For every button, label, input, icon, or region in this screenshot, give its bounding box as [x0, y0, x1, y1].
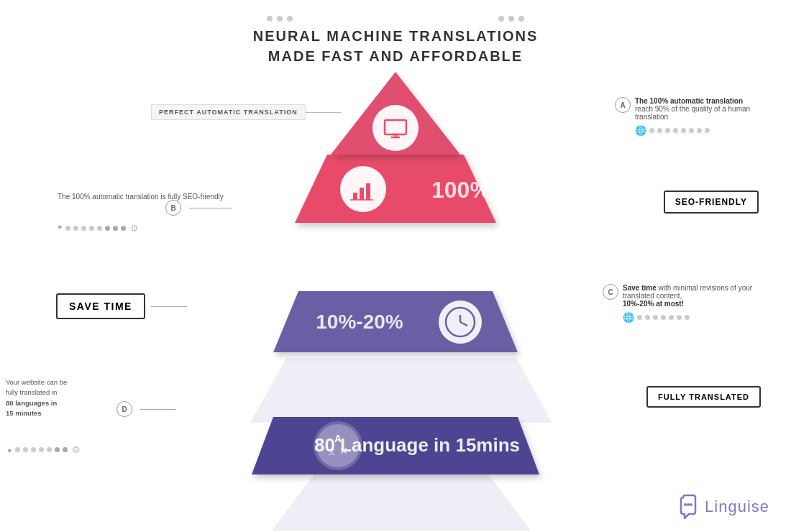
dot2 [277, 16, 283, 22]
dots-tier4: ● ⚙ [7, 444, 81, 455]
dot5 [508, 16, 514, 22]
d5 [97, 226, 102, 231]
svg-point-4 [684, 503, 687, 506]
d8 [121, 226, 126, 231]
d7t4 [63, 447, 68, 452]
annotation-tier4-left: Your website can befully translated in80… [6, 377, 67, 418]
tier1-conn-line [306, 112, 342, 113]
d6 [105, 226, 110, 231]
dot6 [518, 16, 524, 22]
d2t4 [23, 447, 28, 452]
dot-row-tier2: ⚙ [65, 223, 139, 234]
d7r3 [685, 315, 690, 320]
dot4 [498, 16, 504, 22]
seo-box: SEO-FRIENDLY [664, 191, 759, 214]
d4r3 [661, 315, 666, 320]
page: NEURAL MACHINE TRANSLATIONS MADE FAST AN… [0, 0, 791, 73]
dots-tier1-right: 🌐 [635, 125, 759, 136]
d8r1 [705, 128, 710, 133]
d5r3 [669, 315, 674, 320]
dots-tier3-right: 🌐 [623, 312, 761, 323]
annotation-tier1-right: A The 100% automatic translation reach 9… [615, 97, 759, 136]
annotation-tier4-right: FULLY TRANSLATED [646, 386, 761, 408]
ann-a-text: The 100% automatic translation reach 90%… [635, 97, 759, 121]
d3r3 [653, 315, 658, 320]
svg-point-5 [687, 503, 690, 506]
d3t4 [31, 447, 36, 452]
fully-translated-label: FULLY TRANSLATED [658, 393, 749, 401]
save-time-line [151, 306, 187, 307]
annotation-tier1-left: PERFECT AUTOMATIC TRANSLATION [151, 104, 306, 120]
d6t4 [55, 447, 60, 452]
b-conn-line [189, 208, 232, 208]
d3 [81, 226, 86, 231]
d3r1 [665, 128, 670, 133]
d6r3 [677, 315, 682, 320]
b-letter: B [165, 200, 181, 216]
chart-bar2 [360, 188, 364, 200]
ann-row-c: C Save time with minimal revisions of yo… [603, 284, 761, 308]
fully-translated-box: FULLY TRANSLATED [646, 386, 761, 408]
d-circle-label: D [116, 401, 176, 417]
ann-a-bold: The 100% automatic translation [635, 97, 743, 105]
tier1-label-text: PERFECT AUTOMATIC TRANSLATION [159, 109, 298, 116]
chart-bar3 [366, 183, 370, 200]
d4r1 [673, 128, 678, 133]
d5r1 [681, 128, 686, 133]
ann-row-a: A The 100% automatic translation reach 9… [615, 97, 759, 121]
svg-marker-1 [250, 358, 552, 423]
seo-label: SEO-FRIENDLY [675, 197, 747, 207]
ann-c-bold: Save time [623, 284, 657, 292]
a-letter: A [615, 97, 631, 113]
c-letter: C [603, 284, 618, 300]
d-letter: D [116, 401, 132, 417]
linguise-icon [677, 494, 699, 519]
tier1-label-box: PERFECT AUTOMATIC TRANSLATION [151, 104, 306, 120]
dots-tier2: ● ⚙ [58, 219, 139, 234]
tier2-percentage-text: 100% [431, 177, 490, 203]
logo-area: Linguise [677, 494, 769, 519]
d6r1 [689, 128, 694, 133]
annotation-tier2-right: SEO-FRIENDLY [664, 191, 759, 214]
d1 [65, 226, 70, 231]
ann-c-text: Save time with minimal revisions of your… [623, 284, 761, 308]
d-conn-line [140, 409, 176, 410]
d2r1 [657, 128, 662, 133]
d7r1 [697, 128, 702, 133]
svg-marker-0 [272, 473, 531, 531]
ann-c-percent: 10%-20% at most! [623, 300, 761, 308]
gear-icon-tier2: ⚙ [130, 223, 139, 234]
tier4-left-text: Your website can befully translated in80… [6, 378, 67, 417]
d4 [89, 226, 94, 231]
chart-bar1 [353, 193, 357, 200]
b-circle-label: B [165, 200, 232, 216]
d4t4 [39, 447, 44, 452]
tier3-percentage-text: 10%-20% [316, 311, 403, 333]
annotation-tier3-right: C Save time with minimal revisions of yo… [603, 284, 761, 323]
save-time-text: SAVE TIME [69, 301, 132, 312]
tier4-text: 80 Language in 15mins [314, 434, 520, 456]
d1r1 [649, 128, 654, 133]
dot1 [267, 16, 273, 22]
tier1-icon-bg [372, 105, 419, 151]
d2r3 [645, 315, 650, 320]
d1t4 [15, 447, 20, 452]
d5t4 [47, 447, 52, 452]
d2 [73, 226, 78, 231]
dot3 [287, 16, 293, 22]
save-time-box: SAVE TIME [56, 293, 145, 319]
svg-point-6 [690, 503, 692, 506]
annotation-tier3-left: SAVE TIME [56, 293, 187, 319]
ann-a-detail: reach 90% of the quality of a human tran… [635, 105, 759, 121]
gear-icon-tier4: ⚙ [72, 444, 81, 455]
header-dots-left [0, 16, 791, 22]
logo-text: Linguise [705, 497, 769, 516]
d1r3 [637, 315, 642, 320]
d7 [113, 226, 118, 231]
